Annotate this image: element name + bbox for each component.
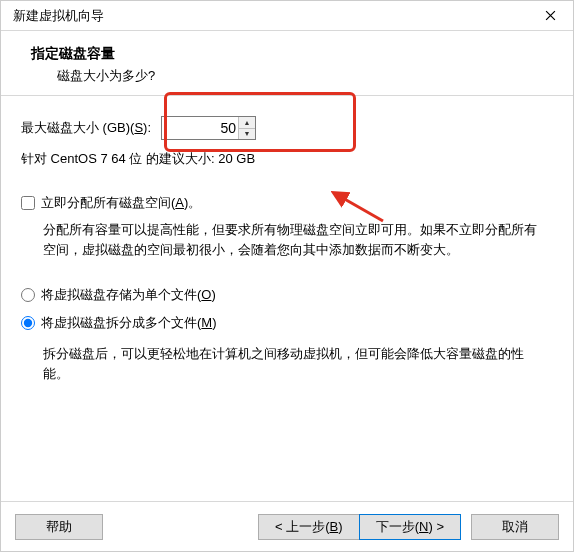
close-button[interactable] [527, 1, 573, 31]
allocate-now-checkbox[interactable] [21, 196, 35, 210]
header-subtitle: 磁盘大小为多少? [31, 67, 543, 85]
spinner-down-button[interactable]: ▼ [239, 129, 255, 140]
multi-file-radio[interactable] [21, 316, 35, 330]
spinner-buttons: ▲ ▼ [238, 117, 255, 139]
single-file-radio[interactable] [21, 288, 35, 302]
cancel-button[interactable]: 取消 [471, 514, 559, 540]
header-title: 指定磁盘容量 [31, 45, 543, 63]
max-disk-size-row: 最大磁盘大小 (GB)(S): ▲ ▼ [21, 116, 553, 140]
next-button[interactable]: 下一步(N) > [359, 514, 461, 540]
allocate-now-label: 立即分配所有磁盘空间(A)。 [41, 194, 201, 212]
single-file-label: 将虚拟磁盘存储为单个文件(O) [41, 286, 216, 304]
allocate-now-checkbox-row[interactable]: 立即分配所有磁盘空间(A)。 [21, 194, 553, 212]
spinner-up-button[interactable]: ▲ [239, 117, 255, 129]
wizard-content: 最大磁盘大小 (GB)(S): ▲ ▼ 针对 CentOS 7 64 位 的建议… [1, 96, 573, 385]
window-title: 新建虚拟机向导 [13, 7, 104, 25]
help-button[interactable]: 帮助 [15, 514, 103, 540]
wizard-footer: 帮助 < 上一步(B) 下一步(N) > 取消 [1, 501, 573, 551]
recommended-size-text: 针对 CentOS 7 64 位 的建议大小: 20 GB [21, 150, 553, 168]
max-disk-size-spinner[interactable]: ▲ ▼ [161, 116, 256, 140]
titlebar: 新建虚拟机向导 [1, 1, 573, 31]
max-disk-size-label: 最大磁盘大小 (GB)(S): [21, 119, 151, 137]
close-icon [545, 10, 556, 21]
single-file-radio-row[interactable]: 将虚拟磁盘存储为单个文件(O) [21, 286, 553, 304]
max-disk-size-input[interactable] [162, 117, 238, 139]
allocate-now-description: 分配所有容量可以提高性能，但要求所有物理磁盘空间立即可用。如果不立即分配所有空间… [21, 218, 553, 260]
split-description: 拆分磁盘后，可以更轻松地在计算机之间移动虚拟机，但可能会降低大容量磁盘的性能。 [21, 342, 553, 384]
back-button[interactable]: < 上一步(B) [258, 514, 360, 540]
multi-file-radio-row[interactable]: 将虚拟磁盘拆分成多个文件(M) [21, 314, 553, 332]
multi-file-label: 将虚拟磁盘拆分成多个文件(M) [41, 314, 217, 332]
wizard-header: 指定磁盘容量 磁盘大小为多少? [1, 31, 573, 96]
